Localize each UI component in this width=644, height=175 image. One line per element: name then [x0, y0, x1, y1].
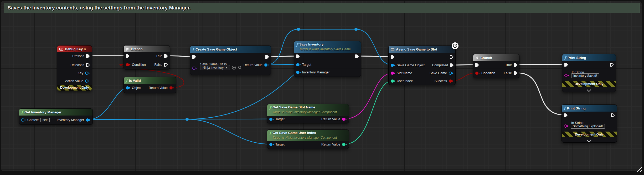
pin-true[interactable]: True	[156, 53, 168, 59]
pin-success[interactable]: Success	[435, 78, 453, 84]
object-pin[interactable]	[296, 71, 299, 74]
node-is-valid[interactable]: ƒ Is Valid Object Return Value	[123, 77, 176, 93]
save-game-class-dropdown[interactable]: Ninja Inventory▼	[200, 65, 242, 71]
node-get-save-game-user-index[interactable]: ƒ Get Save Game User Index Target is Nin…	[267, 129, 349, 149]
node-get-save-game-slot-name[interactable]: ƒ Get Save Game Slot Name Target is Ninj…	[267, 104, 349, 123]
node-print-string-success[interactable]: ƒ Print String In String Inventory Saved…	[562, 54, 616, 92]
browse-asset-icon[interactable]	[238, 66, 242, 70]
exec-out-pin[interactable]	[610, 62, 614, 68]
pin-target[interactable]: Target	[269, 116, 285, 122]
function-icon: ƒ	[564, 56, 566, 59]
node-header: ƒ Print String	[562, 54, 616, 61]
exec-pin[interactable]	[86, 63, 90, 67]
expand-node-button[interactable]	[562, 140, 617, 142]
node-branch-1[interactable]: Branch True Condition False	[123, 45, 170, 69]
pin-return-value[interactable]: Return Value	[321, 142, 346, 147]
exec-in-pin[interactable]	[296, 53, 300, 59]
pin-true[interactable]: True	[505, 62, 517, 68]
string-pin[interactable]	[342, 118, 345, 121]
object-pin[interactable]	[391, 64, 394, 67]
pin-condition[interactable]: Condition	[475, 70, 495, 76]
string-pin[interactable]	[564, 73, 569, 78]
pin-condition[interactable]: Condition	[126, 62, 146, 68]
object-pin[interactable]	[269, 143, 272, 146]
bool-pin[interactable]	[449, 79, 452, 83]
bool-pin[interactable]	[169, 86, 173, 89]
object-pin[interactable]	[296, 63, 299, 66]
pin-released[interactable]: Released	[70, 62, 90, 68]
pin-target[interactable]: Target	[269, 142, 285, 147]
exec-out-pin[interactable]	[355, 53, 359, 59]
pin-false[interactable]: False	[504, 70, 517, 76]
bool-pin[interactable]	[126, 63, 129, 66]
exec-in-pin[interactable]	[564, 112, 568, 118]
pin-return-value[interactable]: Return Value	[149, 85, 174, 91]
pin-object[interactable]: Object	[126, 85, 141, 91]
object-pin[interactable]	[126, 86, 129, 89]
pin-inventory-manager[interactable]: Inventory Manager	[57, 117, 90, 123]
exec-in-pin[interactable]	[564, 62, 568, 68]
graph-comment-banner[interactable]: Saves the Inventory contents, using the …	[4, 3, 640, 13]
exec-in-pin[interactable]	[391, 54, 394, 60]
context-self-textbox[interactable]: self	[40, 118, 50, 122]
int-pin[interactable]	[391, 79, 394, 83]
int-pin[interactable]	[342, 143, 345, 146]
class-pin[interactable]	[192, 65, 197, 71]
object-pin[interactable]	[21, 118, 24, 122]
node-header: ƒ Is Valid	[124, 77, 176, 84]
object-pin[interactable]	[264, 63, 267, 67]
exec-in-pin[interactable]	[192, 54, 196, 60]
pin-action-value[interactable]: Action Value	[65, 78, 89, 84]
exec-pin[interactable]	[86, 54, 90, 58]
string-pin[interactable]	[391, 72, 394, 75]
bool-pin[interactable]	[475, 72, 478, 75]
pin-return-value[interactable]: Return Value	[321, 116, 346, 122]
struct-pin[interactable]	[85, 79, 88, 83]
node-save-inventory[interactable]: ƒ Save Inventory Target is Ninja Invento…	[294, 41, 361, 77]
pin-save-game[interactable]: Save Game	[430, 70, 453, 76]
function-icon: ƒ	[564, 106, 565, 110]
exec-out-pin[interactable]	[265, 54, 269, 60]
branch-icon	[126, 47, 129, 51]
exec-out-pin[interactable]	[450, 54, 454, 60]
object-pin[interactable]	[269, 118, 272, 121]
node-header: Async Save Game to Slot	[389, 46, 455, 53]
node-create-save-game-object[interactable]: ƒ Create Save Game Object Save Game Clas…	[190, 46, 271, 75]
object-pin[interactable]	[449, 72, 452, 75]
string-pin[interactable]	[564, 123, 568, 129]
pin-context[interactable]: Context self	[21, 117, 50, 123]
exec-in-pin[interactable]	[126, 53, 130, 59]
in-string-textbox[interactable]: Inventory Saved!	[571, 73, 599, 79]
pin-save-game-object[interactable]: Save Game Object	[391, 62, 425, 68]
pin-return-value[interactable]: Return Value	[244, 62, 269, 68]
exec-in-pin[interactable]	[475, 62, 479, 68]
pin-slot-name[interactable]: Slot Name	[391, 70, 412, 76]
pin-false[interactable]: False	[154, 62, 168, 68]
pin-key[interactable]: Key	[78, 70, 89, 76]
development-only-strip: Development Only	[562, 81, 616, 87]
use-selected-asset-icon[interactable]	[232, 66, 236, 70]
pin-target[interactable]: Target	[296, 62, 311, 68]
node-async-save-game-to-slot[interactable]: Async Save Game to Slot Save Game Object…	[388, 46, 456, 85]
node-debug-key-k[interactable]: Debug Key K Pressed Released Key Action …	[57, 45, 92, 91]
pin-inventory-manager[interactable]: Inventory Manager	[296, 69, 329, 75]
node-header: ƒ Get Save Game User Index Target is Nin…	[267, 130, 349, 141]
graph-comment-text: Saves the Inventory contents, using the …	[4, 5, 191, 11]
exec-out-pin[interactable]	[611, 112, 615, 118]
function-icon: ƒ	[269, 131, 271, 135]
node-header: Branch	[124, 46, 170, 52]
object-pin[interactable]	[86, 118, 89, 122]
pin-user-index[interactable]: User Index	[391, 78, 413, 84]
node-header: ƒ Get Save Game Slot Name Target is Ninj…	[267, 104, 349, 116]
function-icon: ƒ	[21, 110, 23, 114]
pin-pressed[interactable]: Pressed	[72, 53, 90, 59]
struct-pin[interactable]	[85, 72, 88, 75]
expand-node-button[interactable]	[562, 89, 616, 91]
node-branch-2[interactable]: Branch True Condition False	[473, 54, 519, 78]
node-get-inventory-manager[interactable]: ƒ Get Inventory Manager Context self Inv…	[19, 108, 93, 125]
keyboard-icon	[59, 48, 63, 51]
node-print-string-fail[interactable]: ƒ Print String In String Something Explo…	[561, 104, 617, 143]
pin-completed[interactable]: Completed	[432, 62, 454, 68]
branch-icon	[475, 56, 479, 59]
in-string-textbox[interactable]: Something Exploded!	[571, 123, 605, 129]
